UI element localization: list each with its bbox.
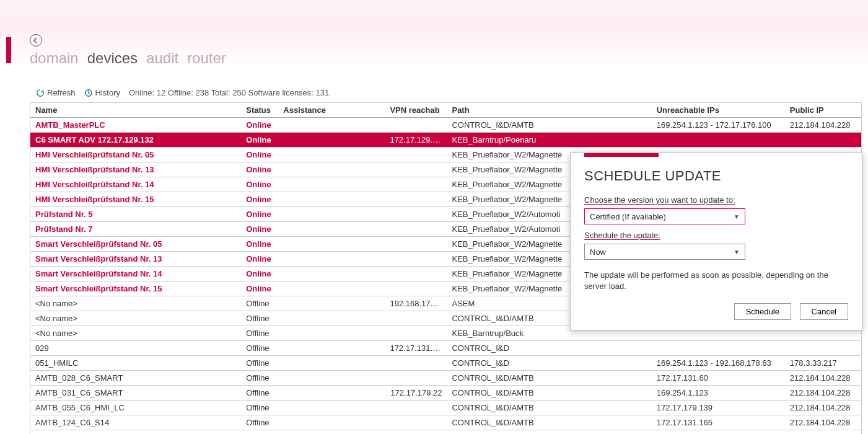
history-button[interactable]: History [84, 88, 120, 97]
table-row[interactable]: AMTB_055_C6_HMI_LCOfflineCONTROL_I&D/AMT… [30, 401, 861, 415]
nav-tabs: domaindevicesauditrouter [30, 50, 235, 67]
cell-assist [278, 207, 385, 222]
cell-status: Offline [241, 371, 278, 386]
cell-status: Online [241, 281, 278, 296]
cell-name: 051_HMILC [30, 356, 241, 371]
table-row[interactable]: AMTB_028_C6_SMARTOfflineCONTROL_I&D/AMTB… [30, 371, 861, 386]
table-row[interactable]: AMTB_MasterPLCOnlineCONTROL_I&D/AMTB169.… [30, 118, 861, 133]
cell-pubip: 212.184.104.228 [785, 118, 861, 133]
cell-status: Online [241, 192, 278, 207]
table-header-row: Name Status Assistance VPN reachab Path … [30, 103, 861, 118]
cell-name: HMI Verschleißprüfstand Nr. 05 [30, 148, 241, 162]
cell-path: CONTROL_I&D/AMTB [447, 415, 651, 430]
cell-vpn [385, 371, 447, 386]
header: domaindevicesauditrouter [0, 25, 868, 69]
cell-assist [278, 341, 385, 356]
cell-name: <No name> [30, 311, 241, 326]
toolbar: Refresh History Online: 12 Offline: 238 … [0, 69, 868, 102]
cell-assist [278, 281, 385, 296]
version-dropdown[interactable]: Certified (If available) ▼ [584, 208, 745, 224]
tab-audit[interactable]: audit [146, 50, 178, 66]
cell-pubip: 212.184.104.228 [785, 415, 861, 430]
cell-vpn [385, 311, 447, 326]
cell-pubip [785, 341, 861, 356]
cell-vpn [385, 281, 447, 296]
table-row[interactable]: 051_HMILCOfflineCONTROL_I&D169.254.1.123… [30, 356, 861, 371]
cell-assist [278, 311, 385, 326]
table-row[interactable]: C6 SMART ADV 172.17.129.132Online172.17.… [30, 133, 861, 148]
cell-vpn: 172.17.179.22 [385, 386, 447, 401]
col-assist[interactable]: Assistance [278, 103, 385, 118]
cell-name: HMI Verschleißprüfstand Nr. 14 [30, 177, 241, 192]
cell-vpn [385, 162, 447, 177]
cell-path: CONTROL_I&D/AMTB [447, 386, 651, 401]
cell-name: Smart Verschleißprüfstand Nr. 13 [30, 252, 241, 267]
dialog-note: The update will be performed as soon as … [584, 270, 848, 292]
cell-vpn [385, 237, 447, 252]
label-version: Choose the version you want to update to… [584, 195, 848, 205]
cell-status: Offline [241, 296, 278, 311]
cell-assist [278, 148, 385, 162]
col-pubip[interactable]: Public IP [785, 103, 861, 118]
cell-name: AMTB_031_C6_SMART [30, 386, 241, 401]
cell-unreach: 172.17.131.165 [652, 415, 785, 430]
cell-vpn: 172.17.131.158 [385, 341, 447, 356]
col-path[interactable]: Path [447, 103, 651, 118]
cell-unreach [652, 341, 785, 356]
schedule-dropdown[interactable]: Now ▼ [584, 244, 745, 260]
cell-name: AMTB_MasterPLC [30, 118, 241, 133]
table-row[interactable]: AMTB_ECON_BM_DHCPOfflineCONTROL_I&D/AMTB… [30, 430, 861, 435]
cancel-button[interactable]: Cancel [800, 303, 848, 320]
cell-unreach: 169.254.1.123 [652, 386, 785, 401]
tab-domain[interactable]: domain [30, 50, 79, 66]
col-name[interactable]: Name [30, 103, 241, 118]
cell-assist [278, 401, 385, 415]
arrow-left-icon [33, 37, 39, 43]
cell-status: Offline [241, 401, 278, 415]
cell-status: Online [241, 162, 278, 177]
tab-router[interactable]: router [187, 50, 226, 66]
cell-name: C6 SMART ADV 172.17.129.132 [30, 133, 241, 148]
cell-status: Offline [241, 415, 278, 430]
cell-unreach [652, 133, 785, 148]
cell-status: Online [241, 133, 278, 148]
refresh-button[interactable]: Refresh [36, 88, 76, 97]
cell-path: CONTROL_I&D/AMTB [447, 430, 651, 435]
col-vpn[interactable]: VPN reachab [385, 103, 447, 118]
cell-status: Online [241, 148, 278, 162]
cell-assist [278, 356, 385, 371]
table-row[interactable]: 029Offline172.17.131.158CONTROL_I&D [30, 341, 861, 356]
history-label: History [95, 88, 120, 97]
cell-pubip [785, 133, 861, 148]
schedule-button[interactable]: Schedule [734, 303, 791, 320]
cell-pubip: 212.184.104.228 [785, 386, 861, 401]
cell-unreach: 172.17.179.139 [652, 401, 785, 415]
table-row[interactable]: AMTB_124_C6_S14OfflineCONTROL_I&D/AMTB17… [30, 415, 861, 430]
back-button[interactable] [30, 34, 42, 46]
cell-name: Prüfstand Nr. 7 [30, 222, 241, 237]
dialog-title: SCHEDULE UPDATE [584, 168, 848, 184]
chevron-down-icon: ▼ [734, 213, 740, 220]
tab-devices[interactable]: devices [87, 50, 138, 66]
cell-vpn [385, 177, 447, 192]
cell-path: KEB_Barntrup/Poenaru [447, 133, 651, 148]
table-row[interactable]: AMTB_031_C6_SMARTOffline172.17.179.22CON… [30, 386, 861, 401]
cell-status: Offline [241, 386, 278, 401]
cell-vpn [385, 415, 447, 430]
cell-vpn [385, 326, 447, 341]
cell-status: Online [241, 207, 278, 222]
cell-assist [278, 267, 385, 281]
cell-status: Online [241, 118, 278, 133]
cell-unreach: 172.17.131.60 [652, 371, 785, 386]
col-unreach[interactable]: Unreachable IPs [652, 103, 785, 118]
cell-status: Offline [241, 311, 278, 326]
cell-name: 029 [30, 341, 241, 356]
cell-vpn [385, 356, 447, 371]
cell-name: <No name> [30, 296, 241, 311]
cell-name: Prüfstand Nr. 5 [30, 207, 241, 222]
cell-path: CONTROL_I&D [447, 356, 651, 371]
col-status[interactable]: Status [241, 103, 278, 118]
accent-bar [6, 37, 11, 63]
cell-assist [278, 133, 385, 148]
cell-name: <No name> [30, 326, 241, 341]
